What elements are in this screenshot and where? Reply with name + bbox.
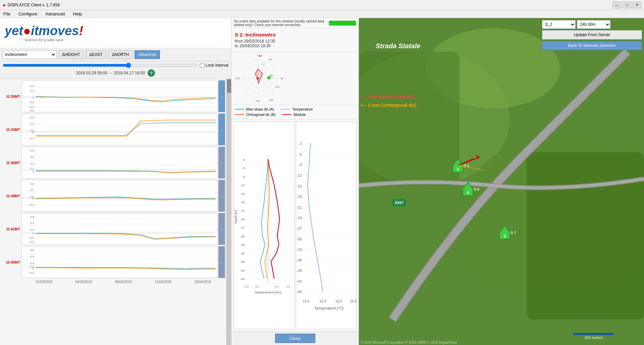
svg-text:-18: -18	[296, 195, 302, 199]
lock-interval-checkbox[interactable]	[200, 63, 204, 68]
svg-text:-33: -33	[296, 248, 302, 252]
chart-label-3: I2-36MT	[1, 161, 21, 165]
top-right-controls: S_2 24h 00m Update From Server Back To N…	[540, 18, 644, 52]
chart-box-6: 0,8 0,4 0,4 0,2 0 -0,2	[21, 246, 218, 278]
x-label-1: 31/03/2018	[36, 280, 52, 284]
svg-text:0,4: 0,4	[30, 123, 34, 126]
svg-text:0,4: 0,4	[30, 189, 34, 192]
legend-item-2: Orthogonal dir (B)	[235, 113, 275, 117]
chart-box-3: 0,8 0,6 0,4 0,2 0	[21, 147, 218, 179]
svg-text:15,4: 15,4	[319, 299, 326, 303]
legend-item-4: Module	[282, 113, 306, 117]
svg-text:-45: -45	[240, 277, 245, 281]
svg-text:-0,2: -0,2	[29, 204, 34, 207]
svg-text:-42: -42	[240, 269, 245, 272]
chart-box-4: 0,6 0,4 0,2 0 -0,2	[21, 180, 218, 212]
chart-expand-btn-2[interactable]: ›	[218, 114, 225, 145]
svg-rect-179	[574, 333, 614, 335]
back-to-network-button[interactable]: Back To Network Selection	[542, 41, 642, 50]
scroll-thumb[interactable]	[227, 79, 231, 93]
help-button[interactable]: ?	[148, 69, 155, 77]
charts-scrollbar[interactable]	[226, 79, 231, 345]
svg-text:E847: E847	[395, 201, 404, 205]
maximize-button[interactable]: □	[623, 2, 631, 8]
svg-text:0,6: 0,6	[30, 215, 34, 218]
advanced-button[interactable]: Advanced	[135, 50, 160, 59]
svg-text:Strada Statale: Strada Statale	[376, 42, 420, 50]
x-label-4: 11/04/2018	[155, 280, 171, 284]
svg-text:0,0: 0,0	[255, 285, 259, 288]
chart-expand-btn-4[interactable]: ›	[218, 180, 225, 212]
update-from-server-button[interactable]: Update From Server	[542, 30, 642, 40]
minimize-button[interactable]: —	[612, 2, 621, 8]
time-select[interactable]: 24h 00m	[577, 20, 610, 29]
svg-text:S: S	[457, 167, 459, 171]
chart-box-1: 0,4 0,2 0 -0,2 -0,4 -0,6	[21, 80, 218, 112]
svg-text:-27: -27	[240, 226, 245, 229]
svg-text:<-- 1 mm (orthogonal dir): <-- 1 mm (orthogonal dir)	[361, 102, 416, 108]
svg-text:0: 0	[33, 232, 34, 235]
svg-text:0,6: 0,6	[30, 116, 34, 119]
chart-expand-btn-6[interactable]: ›	[218, 246, 225, 278]
menu-help[interactable]: Help	[71, 11, 84, 17]
x-label-3: 08/04/2018	[115, 280, 131, 284]
chart-row-3: I2-36MT 0,8 0,6 0,4 0,2 0	[1, 147, 225, 179]
svg-text:S: S	[467, 191, 469, 195]
svg-text:0,4: 0,4	[30, 84, 34, 87]
title-bar-controls: — □ ✕	[612, 2, 641, 8]
legend-item-3: Temperature	[281, 107, 313, 111]
close-button-bar: Close	[231, 331, 359, 345]
chart-label-2: I2-33MT	[1, 128, 21, 132]
charts-area: I2-30MT 0,4 0,2 0	[0, 79, 226, 345]
menu-advanced[interactable]: Advanced	[43, 11, 67, 17]
svg-text:0,2: 0,2	[30, 89, 34, 92]
svg-text:S 5: S 5	[474, 187, 479, 191]
svg-text:-0,2: -0,2	[29, 271, 34, 274]
detail-to: to 15/04/2018 18:35	[235, 44, 355, 48]
svg-text:-30: -30	[296, 237, 302, 241]
menu-configure[interactable]: Configure	[16, 11, 39, 17]
svg-text:16,4: 16,4	[350, 299, 356, 303]
delta-east-button[interactable]: ΔEAST	[86, 50, 106, 59]
displacement-chart: -3 -6 -9 -12 -15 -18 -21 -24 -27 -30 -33…	[233, 122, 294, 329]
chart-expand-btn-1[interactable]: ›	[218, 80, 225, 112]
legend-area: Max slope dir (A) Temperature Orthogonal…	[231, 105, 359, 120]
svg-text:0,4: 0,4	[30, 162, 34, 165]
svg-text:90: 90	[281, 77, 283, 80]
svg-text:-3: -3	[242, 158, 245, 161]
svg-text:0,5: 0,5	[286, 285, 290, 288]
menu-file[interactable]: File	[1, 11, 12, 17]
svg-text:-0,3: -0,3	[244, 285, 249, 288]
menu-bar: File Configure Advanced Help	[0, 10, 644, 18]
svg-text:-30: -30	[240, 235, 245, 238]
svg-text:-15: -15	[296, 184, 302, 188]
svg-text:-27: -27	[296, 226, 302, 230]
svg-text:-3: -3	[299, 142, 302, 146]
slider-row: Lock Interval	[3, 63, 228, 68]
chart-expand-btn-3[interactable]: ›	[218, 147, 225, 179]
sensor-select[interactable]: S_2	[542, 20, 576, 29]
chart-label-4: I2-39MT	[1, 194, 21, 198]
svg-text:S 7: S 7	[511, 231, 516, 235]
svg-text:-36: -36	[240, 252, 245, 255]
chart-row-5: I2-42MT 0,6 0,4 0,2 0 -0,2	[1, 213, 225, 245]
close-button[interactable]: Close	[275, 334, 315, 343]
delta-height-button[interactable]: ΔHEIGHT	[58, 50, 84, 59]
svg-point-78	[257, 77, 259, 79]
app-title: DISPLAYCE Client v. 1.7.658	[7, 3, 60, 7]
date-display: 2018.03.29 09:00 → 2018.04.17 16:00 ?	[3, 69, 228, 77]
sensor-type-select[interactable]: Inclinometro	[3, 50, 56, 59]
svg-text:0: 0	[33, 96, 34, 99]
date-slider[interactable]	[3, 63, 197, 68]
chart-row-4: I2-39MT 0,6 0,4 0,2 0 -0,2	[1, 180, 225, 212]
legend-item-1: Max slope dir (A)	[235, 107, 274, 111]
svg-text:-9: -9	[299, 163, 302, 167]
polar-area: 0 90 180 270 60 120 240 0,5 A+ B+	[231, 52, 359, 105]
svg-text:240: 240	[269, 99, 273, 102]
svg-text:-0,6: -0,6	[29, 109, 34, 112]
svg-text:-6: -6	[299, 152, 302, 156]
close-button[interactable]: ✕	[633, 2, 641, 8]
chart-expand-btn-5[interactable]: ›	[218, 213, 225, 245]
delta-north-button[interactable]: ΔNORTH	[108, 50, 132, 59]
svg-text:0: 0	[33, 267, 34, 270]
